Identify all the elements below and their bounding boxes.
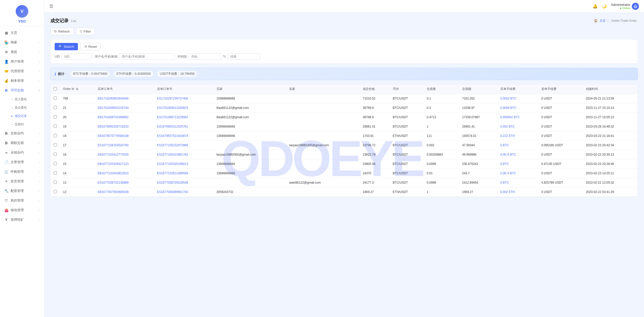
sidebar-item-trade-records[interactable]: 成交记录: [7, 112, 44, 120]
row-checkbox[interactable]: [54, 115, 57, 118]
row-sell-order: ES1677038729126548: [154, 178, 213, 187]
user-status: Administrator Online: [611, 3, 630, 10]
sidebar-item-coin-trade[interactable]: B 币币交易 ∨: [0, 86, 44, 95]
wallet-icon: 👛: [4, 208, 9, 212]
notification-icon[interactable]: 🔔: [593, 4, 598, 9]
row-volume: 0.00209883: [424, 150, 459, 159]
sidebar-item-finance[interactable]: 💰 财务管理 ›: [0, 76, 44, 86]
sidebar-item-contract[interactable]: B 交割合约 ›: [0, 129, 44, 138]
row-sell-order: ES1701068713229962: [154, 113, 213, 122]
row-volume: 111: [424, 131, 459, 141]
sidebar-item-merchant[interactable]: 🏪 商家 ›: [0, 38, 44, 47]
search-fields: UID 用户名/手机/邮箱 时间段 To: [55, 53, 634, 60]
table-body: 768 EB1716290953644646 ES171629723973740…: [51, 94, 638, 197]
row-buy-order: EB1677155326527123: [95, 159, 154, 169]
stats-card: ℹ 统计 BTC手续费：0.00475800 ETH手续费：0.42400000…: [50, 68, 638, 80]
agent-icon: 🤝: [4, 69, 9, 74]
sidebar-item-options[interactable]: B 期权交易 ›: [0, 138, 44, 148]
page-header: 成交记录 List 🏠 主页 / Inside-Trade-Order: [50, 18, 638, 24]
row-created-at: 2023-03-23 21:18:41: [583, 131, 638, 141]
row-checkbox[interactable]: [54, 181, 57, 184]
sidebar-item-sell-orders[interactable]: 卖出委托: [7, 104, 44, 112]
perpetual-icon: ∞: [4, 150, 9, 155]
sidebar-item-purchase[interactable]: 🛒 申购管理 ›: [0, 167, 44, 177]
user-info: Administrator Online ⏻: [611, 3, 639, 10]
row-buyer: laoyao19880305@gmail.com: [213, 150, 286, 159]
row-checkbox-cell: [51, 103, 60, 113]
table-header-buyer-fee: 买单手续费: [497, 84, 538, 94]
power-button[interactable]: ⏻: [632, 3, 639, 10]
theme-icon[interactable]: 🌙: [602, 4, 607, 9]
row-checkbox[interactable]: [54, 125, 57, 128]
row-buy-order: EB1701068703399852: [95, 113, 154, 122]
row-buyer: 2059243732: [213, 187, 286, 197]
sidebar-item-config[interactable]: 🔧 配置管理 ›: [0, 186, 44, 196]
row-created-at: 2023-02-23 20:28:46: [583, 159, 638, 169]
row-buyer: [213, 178, 286, 187]
sidebar-item-user-mgmt[interactable]: 👤 用户管理 ›: [0, 57, 44, 66]
row-checkbox[interactable]: [54, 162, 57, 165]
sidebar-item-buy-orders[interactable]: 买入委托: [7, 95, 44, 104]
options-icon: B: [4, 141, 9, 145]
row-checkbox[interactable]: [54, 190, 57, 193]
row-order-id: 15: [60, 159, 95, 169]
table-row: 15 EB1677155326527123 ES1677155325195613…: [51, 159, 638, 169]
stats-title: 统计: [58, 72, 65, 76]
coin-trade-icon: B: [4, 88, 9, 93]
row-order-id: 14: [60, 169, 95, 178]
select-all-checkbox[interactable]: [54, 87, 57, 90]
row-seller: [286, 159, 360, 169]
row-volume: 0.01: [424, 169, 459, 178]
hamburger-icon[interactable]: ☰: [49, 4, 53, 9]
row-price: 23822.79: [360, 150, 390, 159]
user-input[interactable]: [119, 53, 175, 60]
row-checkbox[interactable]: [54, 134, 57, 137]
uid-input[interactable]: [61, 53, 92, 60]
row-sell-order: ES1677155325195613: [154, 159, 213, 169]
row-seller: laoyao1988D305@gmail.com: [286, 141, 360, 150]
row-buyer: lliaa661122@gmail.com: [213, 113, 286, 122]
row-coin: BTC/USDT: [390, 150, 424, 159]
sidebar-item-system[interactable]: ⚙ 系统 ›: [0, 47, 44, 57]
filter-button[interactable]: ▽ Filter: [76, 28, 95, 35]
topbar-left: ☰: [49, 4, 53, 9]
chevron-down-icon: ∨: [38, 89, 40, 92]
row-coin: BTC/USDT: [390, 169, 424, 178]
sidebar-item-trade-pairs[interactable]: 交易对: [7, 120, 44, 129]
sidebar-item-home[interactable]: ▦ 主页: [0, 28, 44, 38]
sidebar-item-risk[interactable]: 🛡 风控管理 ›: [0, 196, 44, 205]
table-row: 21 EB1701069002225744 ES1701069013326829…: [51, 103, 638, 113]
row-sell-order: ES1679993312425762: [154, 122, 213, 131]
reset-button[interactable]: ↺ Reset: [80, 43, 101, 50]
sidebar-item-article[interactable]: 📄 文章管理 ›: [0, 157, 44, 167]
row-seller: [286, 169, 360, 178]
row-checkbox-cell: [51, 94, 60, 103]
row-checkbox[interactable]: [54, 153, 57, 156]
sidebar-item-perpetual[interactable]: ∞ 永续合约 ›: [0, 148, 44, 157]
row-checkbox[interactable]: [54, 143, 57, 147]
row-checkbox[interactable]: [54, 171, 57, 175]
row-checkbox[interactable]: [54, 96, 57, 100]
table-header-created: 创建时间: [583, 84, 638, 94]
sidebar-item-wallet[interactable]: 👛 钱包管理 ›: [0, 205, 44, 215]
sort-icon[interactable]: ⇅: [76, 87, 78, 91]
search-button[interactable]: 🔍 Search: [55, 43, 78, 50]
reset-icon: ↺: [84, 45, 87, 48]
row-coin: BTC/USDT: [390, 103, 424, 113]
row-buy-order: EB1679993256718233: [95, 122, 154, 131]
date-from-input[interactable]: [188, 53, 221, 60]
chevron-right-icon-8: ›: [39, 151, 40, 154]
breadcrumb-home-link[interactable]: 主页: [599, 19, 606, 22]
home-icon: ▦: [4, 31, 9, 35]
date-to-input[interactable]: [228, 53, 261, 60]
refresh-button[interactable]: ↻ Refresh: [50, 28, 74, 35]
sidebar-item-mining[interactable]: Y 质押挖矿 ›: [0, 215, 44, 225]
row-buy-order: EB1679570779588108: [95, 131, 154, 141]
row-checkbox[interactable]: [54, 106, 57, 109]
row-sell-order: ES1677133511086599: [154, 169, 213, 178]
sidebar-item-page-mgmt[interactable]: ≡ 首页管理 ›: [0, 177, 44, 186]
article-icon: 📄: [4, 160, 9, 164]
contract-icon: B: [4, 131, 9, 136]
row-coin: BTC/USDT: [390, 141, 424, 150]
sidebar-item-agent-mgmt[interactable]: 🤝 代理管理 ›: [0, 66, 44, 76]
